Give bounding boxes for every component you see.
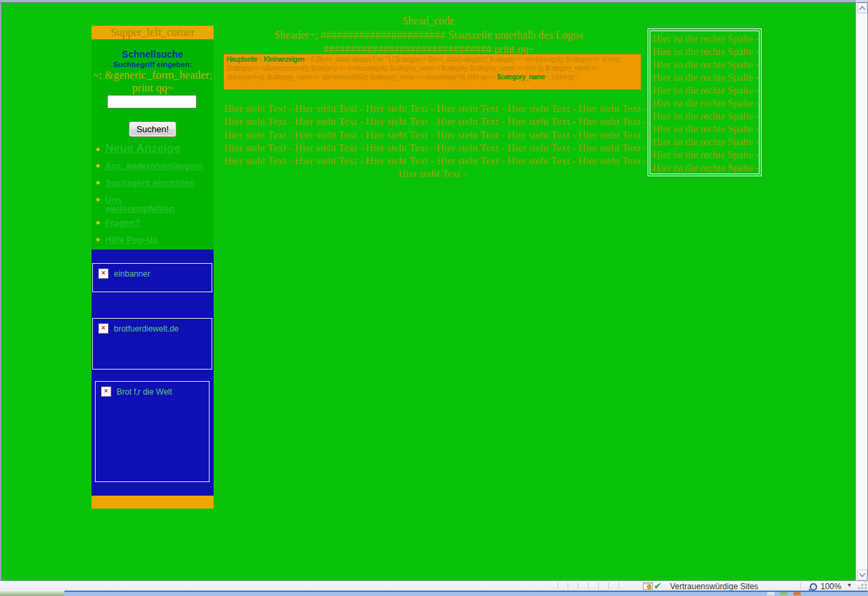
banner-label: einbanner [114, 269, 150, 279]
search-code-text: ~; &generic_form_header; print qq~ [87, 68, 218, 94]
right-line: Hier ist die rechte Spalte - [652, 58, 759, 71]
chevron-up-icon [859, 6, 866, 13]
status-bar: ✔ Vertrauenswürdige Sites 100% ▾ [0, 580, 868, 591]
right-line: Hier ist die rechte Spalte - [652, 161, 759, 174]
right-line: Hier ist die rechte Spalte - [652, 97, 759, 110]
right-line: Hier ist die rechte Spalte - [652, 71, 759, 84]
search-button[interactable]: Suchen! [129, 121, 176, 137]
quick-search-subtitle: Suchbegriff eingeben: [92, 60, 214, 68]
sidebar-corner-header: Supper_left_corner [92, 26, 214, 39]
banner-label: brotfuerdiewelt.de [114, 324, 178, 334]
statusbar-separator [588, 582, 589, 589]
link-category-name[interactable]: $category_name [497, 73, 545, 81]
statusbar-separator [557, 582, 558, 589]
breadcrumb-separator: > [257, 56, 264, 63]
top-edge-cap [856, 0, 868, 2]
bullet-icon [96, 198, 100, 201]
statusbar-separator [568, 582, 568, 589]
link-kleinanzeigen[interactable]: Kleinanzeigen [264, 56, 304, 63]
tray-icon[interactable] [780, 592, 787, 595]
broken-image-icon: × [98, 323, 108, 334]
zoom-dropdown-caret[interactable]: ▾ [848, 581, 851, 589]
sidebar-item-suchagent[interactable]: Suchagent einrichten [92, 178, 214, 187]
bullet-icon [96, 164, 100, 167]
zoom-icon[interactable] [810, 583, 817, 591]
broken-image-icon: × [98, 269, 108, 279]
main-content-text: Hier steht Text - Hier steht Text - Hier… [224, 102, 641, 180]
statusbar-separator [598, 582, 599, 589]
banner-einbanner[interactable]: × einbanner [92, 263, 212, 292]
banner-brot-fuer-die-welt[interactable]: × Brot f‚r die Welt [95, 381, 210, 482]
sidebar-item-neue-anzeige[interactable]: Neue Anzeige [92, 143, 214, 154]
search-input[interactable] [107, 95, 197, 108]
check-icon: ✔ [654, 580, 662, 591]
tray-icon[interactable] [793, 592, 801, 595]
sidebar-item-fragen[interactable]: Fragen? [92, 218, 214, 227]
right-line: Hier ist die rechte Spalte - [652, 110, 759, 123]
right-column-inner: Hier ist die rechte Spalte - Hier ist di… [650, 31, 760, 174]
tray-icon[interactable] [767, 592, 774, 595]
quick-search-title: Schnellsuche [92, 49, 214, 60]
right-line: Hier ist die rechte Spalte - [652, 136, 759, 148]
security-zone-icon [643, 582, 653, 590]
broken-image-icon: × [101, 386, 111, 397]
vertical-scrollbar[interactable] [856, 3, 867, 580]
chevron-down-icon [859, 571, 866, 578]
right-line: Hier ist die rechte Spalte - [652, 148, 759, 161]
link-hauptseite[interactable]: Hauptseite [226, 56, 257, 63]
statusbar-separator [608, 582, 609, 589]
trusted-sites-label: Vertrauenswürdige Sites [670, 582, 758, 591]
text-line: Hier steht Text - [224, 167, 641, 180]
banner-area: × einbanner × brotfuerdiewelt.de × Brot … [92, 250, 214, 496]
nav-code-tail: ~; } print qq~ [545, 73, 577, 81]
left-sidebar: Supper_left_corner Schnellsuche Suchbegr… [92, 26, 214, 509]
right-line: Hier ist die rechte Spalte - [652, 33, 759, 45]
text-line: Hier steht Text - Hier steht Text - Hier… [224, 115, 641, 127]
bullet-icon [96, 238, 100, 241]
bullet-icon [96, 148, 100, 151]
right-line: Hier ist die rechte Spalte - [652, 84, 759, 97]
text-line: Hier steht Text - Hier steht Text - Hier… [224, 154, 641, 167]
scroll-up-button[interactable] [857, 3, 867, 14]
scroll-down-button[interactable] [857, 570, 867, 580]
window-left-edge [0, 3, 1, 580]
resize-grip[interactable] [865, 587, 867, 589]
taskbar [0, 591, 868, 596]
right-line: Hier ist die rechte Spalte - [652, 45, 759, 58]
zoom-level[interactable]: 100% [821, 582, 842, 591]
statusbar-separator [800, 582, 801, 589]
taskbar-item[interactable] [0, 591, 64, 596]
right-column: Hier ist die rechte Spalte - Hier ist di… [648, 28, 762, 176]
sidebar-footer-bar [92, 496, 214, 509]
banner-label: Brot f‚r die Welt [117, 387, 172, 397]
sidebar-item-weiterempfehlen[interactable]: Uns weiterempfehlen [92, 195, 214, 213]
browser-window: $head_code $header~; ###################… [0, 0, 868, 596]
breadcrumb-navbar: Hauptseite > Kleinanzeigen~; if ($form_d… [224, 54, 641, 90]
window-top-edge [0, 0, 868, 3]
statusbar-separator [749, 582, 750, 589]
sidebar-item-anz-aendern[interactable]: Anz. ändern/verlängern [92, 161, 214, 170]
bullet-icon [96, 221, 100, 224]
right-line: Hier ist die rechte Spalte - [652, 123, 759, 136]
sidebar-item-hilfe[interactable]: Hilfe Pop-Up [92, 235, 214, 244]
statusbar-separator [618, 582, 619, 589]
text-line: Hier steht Text - Hier steht Text - Hier… [224, 102, 641, 115]
text-line: Hier steht Text - Hier steht Text - Hier… [224, 128, 641, 141]
text-line: Hier steht Text - Hier steht Text - Hier… [224, 141, 641, 154]
sidebar-nav-list: Neue Anzeige Anz. ändern/verlängern Such… [92, 143, 214, 252]
banner-brotfuerdiewelt[interactable]: × brotfuerdiewelt.de [92, 318, 212, 370]
bullet-icon [96, 181, 100, 184]
statusbar-separator [578, 582, 578, 589]
